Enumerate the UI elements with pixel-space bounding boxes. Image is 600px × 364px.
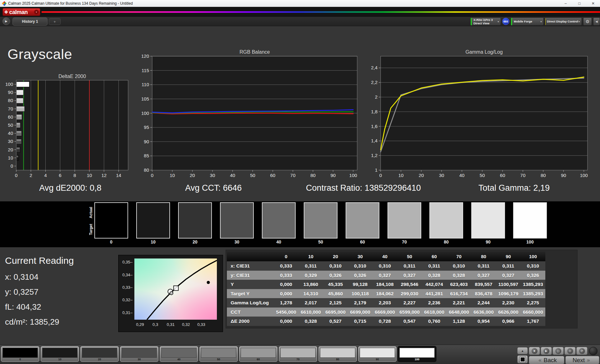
table-cell: 2,017 — [298, 298, 323, 307]
add-tab-button[interactable]: + — [49, 18, 61, 25]
table-cell: 0,000 — [274, 280, 298, 289]
table-column-header: 50 — [397, 252, 422, 261]
grayscale-patch-button-70[interactable]: 70 — [279, 346, 317, 362]
cie-x-tick: 0,32 — [179, 322, 193, 327]
maximize-button[interactable]: □ — [572, 0, 586, 7]
read-once-button[interactable]: ▶ — [541, 347, 552, 355]
table-column-header: 60 — [422, 252, 447, 261]
grayscale-patch-button-60[interactable]: 60 — [239, 346, 278, 362]
strip-swatch-label: 20 — [178, 239, 212, 246]
grayscale-patch-button-50[interactable]: 50 — [199, 346, 238, 362]
table-cell: 14,310 — [298, 289, 323, 298]
table-column-header: 40 — [372, 252, 397, 261]
svg-text:20: 20 — [8, 147, 13, 152]
grayscale-patch-button-40[interactable]: 40 — [160, 346, 198, 362]
grayscale-patch-button-80[interactable]: 80 — [318, 346, 357, 362]
collapse-panel-button[interactable]: ◀ — [593, 17, 600, 26]
source-dropdown-label: Mobile Forge — [514, 20, 532, 23]
patch-swatch — [201, 348, 236, 358]
tab-history-1[interactable]: History 1 — [12, 17, 48, 26]
svg-text:60: 60 — [8, 114, 13, 120]
svg-text:2: 2 — [30, 173, 32, 178]
svg-text:95: 95 — [144, 125, 149, 130]
cie-chart-panel: 0,35–0,34–0,33–0,32–0,31–0,290,30,310,32… — [118, 255, 223, 332]
table-column-header: 90 — [496, 252, 521, 261]
calman-app-window: Calman 2025 Calman Ultimate for Business… — [0, 0, 600, 364]
svg-text:70: 70 — [520, 173, 526, 178]
table-cell: 616,734 — [447, 289, 471, 298]
rainbow-gradient-bar — [42, 11, 600, 13]
table-cell: 0,311 — [397, 261, 422, 271]
pattern-window-up-button[interactable]: ▲ — [517, 347, 528, 354]
read-series-button[interactable]: [·] — [552, 347, 564, 355]
svg-text:80: 80 — [310, 173, 316, 178]
svg-text:20: 20 — [190, 173, 195, 178]
next-button[interactable]: Next » — [565, 356, 599, 364]
table-cell: 623,403 — [447, 280, 471, 289]
grayscale-patch-button-20[interactable]: 20 — [80, 346, 119, 362]
chevron-down-icon: ▼ — [578, 21, 580, 23]
table-cell: 0,328 — [447, 271, 471, 280]
calman-menu-caret[interactable]: ▼ — [34, 10, 39, 14]
grayscale-patch-button-90[interactable]: 90 — [358, 346, 397, 362]
minimize-button[interactable]: – — [559, 0, 572, 7]
table-cell: 0,715 — [348, 317, 372, 326]
source-dropdown[interactable]: Mobile Forge ▼ — [511, 17, 544, 26]
back-button[interactable]: « Back — [529, 356, 564, 364]
table-cell: 0,329 — [298, 271, 323, 280]
grayscale-patch-button-100[interactable]: 100 — [398, 346, 436, 362]
patch-swatch — [399, 348, 435, 358]
svg-text:10: 10 — [170, 173, 175, 178]
display-control-dropdown[interactable]: Direct Display Control ▼ — [545, 17, 582, 26]
patch-swatch — [42, 348, 78, 358]
grayscale-patch-button-0[interactable]: 0 — [1, 346, 39, 362]
table-column-header: 100 — [521, 252, 545, 261]
table-column-header: 30 — [348, 252, 372, 261]
loop-measure-button[interactable]: ⟳ — [576, 347, 588, 355]
strip-swatch-100 — [513, 202, 547, 239]
read-continuous-button[interactable]: ∞ — [564, 347, 576, 355]
patch-label: 60 — [239, 358, 277, 361]
svg-text:100: 100 — [5, 81, 13, 87]
table-row-label: Y — [227, 280, 274, 289]
cie-overlay — [134, 258, 217, 320]
next-label: Next — [572, 357, 585, 364]
page-title: Grayscale — [8, 46, 72, 62]
table-cell: 6626,000 — [496, 307, 521, 317]
current-reading-title: Current Reading — [5, 255, 74, 266]
pattern-window-button[interactable] — [517, 355, 528, 363]
table-cell: 839,557 — [471, 280, 496, 289]
chevron-down-icon: ▼ — [497, 21, 499, 23]
settings-button[interactable]: ⚙ — [583, 17, 592, 26]
close-button[interactable]: ✕ — [586, 0, 600, 7]
table-cell: 0,000 — [274, 317, 298, 326]
cie-x-tick: 0,29 — [133, 322, 147, 327]
svg-text:70: 70 — [290, 173, 296, 178]
svg-text:Gamma Log/Log: Gamma Log/Log — [465, 49, 502, 55]
patch-swatch — [360, 348, 395, 358]
svg-text:50: 50 — [480, 173, 485, 178]
strip-swatch-90 — [471, 202, 505, 239]
maximize-icon: □ — [578, 1, 580, 6]
stop-measure-button[interactable]: ■ — [529, 347, 540, 355]
table-cell: 6636,000 — [471, 307, 496, 317]
svg-text:30: 30 — [439, 173, 444, 178]
table-row-label: Target Y — [227, 289, 274, 298]
grayscale-patch-button-10[interactable]: 10 — [41, 346, 79, 362]
table-cell: 2,125 — [323, 298, 348, 307]
table-cell: 2,179 — [348, 298, 372, 307]
svg-text:90: 90 — [330, 173, 336, 178]
measurement-table-panel: 0102030405060708090100x: CIE310,3330,311… — [226, 250, 578, 328]
workflow-play-button[interactable]: ▶ — [2, 17, 10, 25]
svg-text:0: 0 — [15, 173, 18, 178]
calman-menu-button[interactable]: ❖ calman ▼ — [2, 8, 40, 16]
table-cell: 836,478 — [471, 289, 496, 298]
table-cell: 0,728 — [372, 317, 397, 326]
table-cell: 1100,597 — [496, 280, 521, 289]
pattern-window-icon — [520, 357, 525, 362]
grayscale-patch-button-30[interactable]: 30 — [120, 346, 158, 362]
table-cell: 0,326 — [348, 271, 372, 280]
table-row-label: ΔE 2000 — [227, 317, 274, 326]
svg-text:100: 100 — [349, 173, 357, 178]
meter-dropdown[interactable]: X-Rite i1Pro 3Direct View ▼ — [470, 17, 501, 26]
